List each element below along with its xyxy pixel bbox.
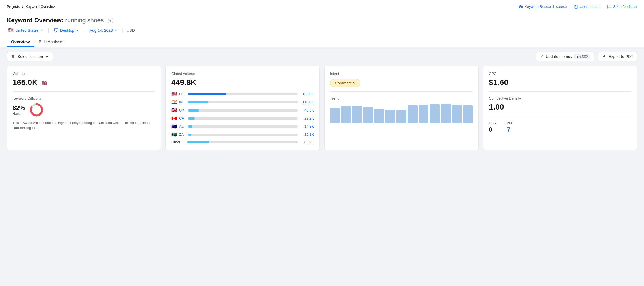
country-code-au[interactable]: AU: [179, 124, 186, 129]
trend-bar-2: [352, 106, 362, 123]
update-metrics-label: Update metrics: [546, 54, 572, 59]
ads-label: Ads: [507, 121, 513, 125]
country-bar-track-za: [188, 134, 298, 136]
country-filter[interactable]: 🇺🇸 United States ▼: [7, 27, 45, 34]
country-flag-uk: 🇬🇧: [171, 108, 177, 113]
trend-bar-7: [408, 105, 418, 123]
volume-divider: [13, 91, 155, 92]
trend-bar-8: [419, 105, 429, 123]
volume-card: Volume 165.0K 🇺🇸 Keyword Difficulty 82% …: [7, 66, 161, 150]
country-flag-ca: 🇨🇦: [171, 116, 177, 121]
ads-value: 7: [507, 126, 513, 133]
select-location-label: Select location: [18, 54, 43, 59]
country-row-in: 🇮🇳 IN 110.0K: [171, 100, 314, 105]
ads-item: Ads 7: [507, 121, 513, 133]
country-row-za: 🇿🇦 ZA 12.1K: [171, 132, 314, 137]
country-bar-fill-uk: [188, 109, 199, 112]
country-bar-fill-au: [188, 125, 192, 128]
export-button[interactable]: Export to PDF: [598, 52, 637, 61]
difficulty-row: 82% Hard: [13, 103, 155, 117]
country-val-us: 165.0K: [300, 92, 314, 96]
difficulty-text: Hard: [13, 112, 25, 116]
country-bar-fill-us: [188, 93, 226, 95]
country-chevron: ▼: [40, 29, 43, 32]
trend-bar-12: [463, 105, 473, 123]
comp-density-label: Competitive Density: [489, 96, 631, 100]
country-row-ca: 🇨🇦 CA 22.2K: [171, 116, 314, 121]
metrics-badge: 3/5,000: [574, 54, 590, 59]
trend-label: Trend: [330, 96, 473, 100]
filters-row: 🇺🇸 United States ▼ | Desktop ▼ | Aug 14,…: [7, 27, 637, 34]
country-label: United States: [15, 28, 39, 33]
export-icon: [602, 54, 606, 59]
country-code-us[interactable]: US: [179, 92, 186, 96]
country-rows: 🇺🇸 US 165.0K 🇮🇳 IN 110.0K 🇬🇧 UK 40.5K 🇨🇦…: [171, 91, 314, 137]
send-feedback-label: Send feedback: [613, 4, 637, 9]
breadcrumb: Projects › Keyword Overview: [7, 4, 56, 9]
other-label: Other: [171, 140, 185, 144]
breadcrumb-projects[interactable]: Projects: [7, 4, 20, 9]
intent-badge: Commercial: [330, 79, 360, 87]
trend-bar-9: [430, 104, 440, 123]
book-icon: [574, 4, 578, 9]
global-volume-value: 449.8K: [171, 78, 314, 87]
country-row-us: 🇺🇸 US 165.0K: [171, 91, 314, 97]
country-val-uk: 40.5K: [300, 108, 314, 112]
country-code-in[interactable]: IN: [179, 100, 186, 104]
add-keyword-button[interactable]: +: [108, 18, 113, 23]
send-feedback-link[interactable]: Send feedback: [607, 4, 637, 9]
country-bar-track-ca: [188, 117, 298, 120]
trend-section: Trend: [330, 96, 473, 123]
us-flag: 🇺🇸: [8, 28, 14, 33]
country-val-za: 12.1K: [300, 132, 314, 137]
country-bar-fill-in: [188, 101, 208, 103]
country-flag-au: 🇦🇺: [171, 124, 177, 129]
check-icon: ✓: [540, 54, 543, 59]
trend-bar-0: [330, 108, 340, 123]
tab-bulk-analysis[interactable]: Bulk Analysis: [34, 37, 68, 47]
export-label: Export to PDF: [609, 54, 633, 59]
user-manual-label: User manual: [580, 4, 601, 9]
location-icon: [11, 54, 15, 59]
difficulty-description: This keyword will demand 188 high-author…: [13, 120, 155, 130]
volume-flag: 🇺🇸: [42, 81, 47, 85]
difficulty-label: Keyword Difficulty: [13, 96, 155, 100]
country-code-za[interactable]: ZA: [179, 132, 186, 137]
comp-density-value: 1.00: [489, 103, 631, 112]
country-row-uk: 🇬🇧 UK 40.5K: [171, 108, 314, 113]
country-bar-fill-ca: [188, 117, 195, 120]
country-bar-track-au: [188, 125, 298, 128]
country-code-uk[interactable]: UK: [179, 108, 186, 112]
trend-bar-3: [363, 107, 373, 123]
country-bar-track-uk: [188, 109, 298, 112]
trend-bar-4: [374, 109, 384, 123]
keyword-research-link[interactable]: Keyword Research course: [518, 4, 567, 9]
device-label: Desktop: [60, 28, 74, 33]
page-header: Keyword Overview: running shoes + 🇺🇸 Uni…: [0, 13, 644, 47]
country-code-ca[interactable]: CA: [179, 116, 186, 120]
device-chevron: ▼: [76, 29, 79, 32]
country-flag-in: 🇮🇳: [171, 100, 177, 105]
toolbar-right: ✓ Update metrics 3/5,000 Export to PDF: [536, 52, 637, 61]
breadcrumb-sep: ›: [22, 4, 23, 9]
intent-trend-card: Intent Commercial Trend: [324, 66, 479, 150]
select-location-button[interactable]: Select location ▼: [7, 52, 53, 61]
tab-overview[interactable]: Overview: [7, 37, 34, 47]
user-manual-link[interactable]: User manual: [574, 4, 601, 9]
trend-bar-11: [452, 105, 462, 123]
pla-ads-row: PLA 0 Ads 7: [489, 121, 631, 133]
keyword-research-label: Keyword Research course: [525, 4, 567, 9]
country-bar-track-us: [188, 93, 298, 95]
country-val-au: 14.8K: [300, 124, 314, 129]
toolbar: Select location ▼ ✓ Update metrics 3/5,0…: [0, 47, 644, 66]
trend-bars: [330, 104, 473, 123]
trend-bar-1: [341, 106, 351, 123]
other-value: 85.2K: [300, 140, 314, 144]
global-volume-label: Global Volume: [171, 72, 314, 76]
other-bar-fill: [187, 141, 209, 143]
device-filter[interactable]: Desktop ▼: [53, 27, 80, 33]
date-filter[interactable]: Aug 14, 2023 ▼: [88, 27, 119, 33]
date-chevron: ▼: [114, 29, 117, 32]
cpc-divider-1: [489, 91, 631, 92]
update-metrics-button[interactable]: ✓ Update metrics 3/5,000: [536, 52, 594, 61]
